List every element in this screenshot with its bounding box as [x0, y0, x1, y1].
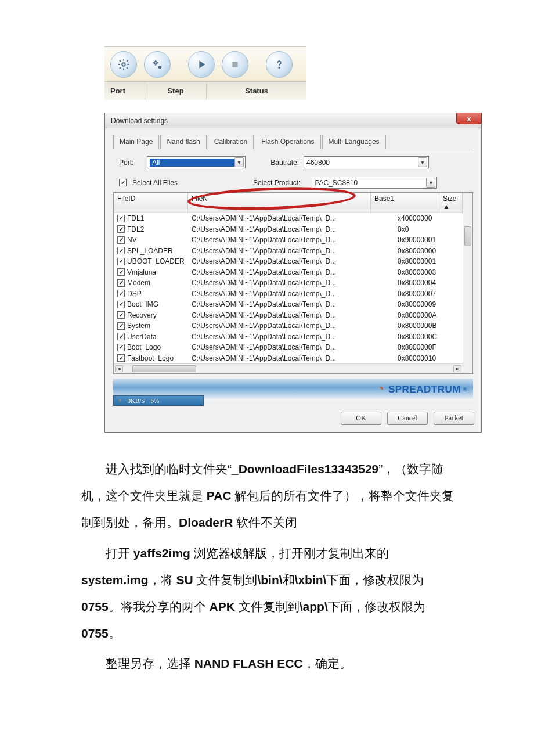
select-all-checkbox[interactable]: ✓	[119, 179, 127, 186]
row-checkbox[interactable]: ✓	[117, 258, 125, 265]
row-checkbox[interactable]: ✓	[117, 301, 125, 308]
row-fileid: Modem	[127, 279, 150, 287]
toolbar-header-row: Port Step Status	[104, 81, 306, 100]
row-path: C:\Users\ADMINI~1\AppData\Local\Temp\_D.…	[188, 236, 394, 244]
svg-point-4	[279, 67, 279, 67]
row-path: C:\Users\ADMINI~1\AppData\Local\Temp\_D.…	[188, 322, 394, 330]
horizontal-scrollbar[interactable]: ◄ ►	[114, 363, 463, 373]
row-checkbox[interactable]: ✓	[117, 333, 125, 340]
header-status: Status	[207, 82, 306, 100]
vertical-scrollbar[interactable]	[463, 193, 472, 373]
help-icon[interactable]	[266, 51, 293, 78]
chevron-down-icon[interactable]: ▼	[234, 157, 244, 167]
row-fileid: Fastboot_Logo	[127, 354, 174, 362]
row-fileid: FDL2	[127, 225, 144, 233]
download-settings-dialog: Download settings x Main Page Nand flash…	[104, 113, 482, 433]
row-base: 0x80000001	[394, 257, 463, 265]
bautrate-label: Bautrate:	[264, 159, 299, 167]
row-base: 0x80000009	[394, 300, 463, 308]
svg-point-2	[159, 66, 161, 68]
row-checkbox[interactable]: ✓	[117, 236, 125, 244]
row-checkbox[interactable]: ✓	[117, 290, 125, 297]
tab-calibration[interactable]: Calibration	[208, 135, 254, 149]
table-row[interactable]: ✓RecoveryC:\Users\ADMINI~1\AppData\Local…	[114, 310, 463, 321]
row-path: C:\Users\ADMINI~1\AppData\Local\Temp\_D.…	[188, 290, 394, 298]
svg-rect-3	[232, 62, 237, 67]
dialog-title: Download settings	[111, 117, 168, 125]
select-all-label: Select All Files	[132, 179, 178, 187]
row-base: 0x8000000C	[394, 333, 463, 341]
play-icon[interactable]	[188, 51, 215, 78]
row-base: 0x80000004	[394, 279, 463, 287]
port-combo[interactable]: All ▼	[147, 156, 246, 168]
port-label: Port:	[119, 159, 142, 167]
table-row[interactable]: ✓SystemC:\Users\ADMINI~1\AppData\Local\T…	[114, 321, 463, 332]
dialog-titlebar[interactable]: Download settings x	[105, 113, 481, 128]
row-checkbox[interactable]: ✓	[117, 225, 125, 233]
row-checkbox[interactable]: ✓	[117, 247, 125, 254]
row-path: C:\Users\ADMINI~1\AppData\Local\Temp\_D.…	[188, 214, 394, 222]
svg-point-0	[122, 63, 125, 66]
row-checkbox[interactable]: ✓	[117, 215, 125, 222]
table-row[interactable]: ✓UserDataC:\Users\ADMINI~1\AppData\Local…	[114, 332, 463, 343]
close-icon[interactable]: x	[456, 113, 482, 124]
table-row[interactable]: ✓NVC:\Users\ADMINI~1\AppData\Local\Temp\…	[114, 235, 463, 246]
col-filename[interactable]: FileN	[188, 193, 371, 213]
header-port: Port	[104, 82, 145, 100]
col-base1[interactable]: Base1	[371, 193, 439, 213]
svg-point-1	[154, 61, 157, 64]
row-checkbox[interactable]: ✓	[117, 279, 125, 287]
packet-button[interactable]: Packet	[434, 412, 474, 425]
row-path: C:\Users\ADMINI~1\AppData\Local\Temp\_D.…	[188, 343, 394, 351]
row-base: 0x80000000	[394, 247, 463, 255]
app-toolbar	[104, 46, 306, 81]
row-checkbox[interactable]: ✓	[117, 268, 125, 276]
row-fileid: Boot_IMG	[127, 300, 158, 308]
table-row[interactable]: ✓VmjalunaC:\Users\ADMINI~1\AppData\Local…	[114, 267, 463, 278]
bautrate-combo[interactable]: 460800 ▼	[304, 156, 429, 168]
tab-flash-operations[interactable]: Flash Operations	[255, 135, 320, 149]
paragraph-2: 打开 yaffs2img 浏览器破解版，打开刚才复制出来的 system.img…	[81, 540, 464, 647]
row-path: C:\Users\ADMINI~1\AppData\Local\Temp\_D.…	[188, 257, 394, 265]
table-row[interactable]: ✓FDL1C:\Users\ADMINI~1\AppData\Local\Tem…	[114, 213, 463, 224]
row-checkbox[interactable]: ✓	[117, 322, 125, 330]
select-product-value: PAC_SC8810	[315, 179, 358, 187]
row-base: 0x8000000F	[394, 343, 463, 351]
gears-icon[interactable]	[144, 51, 171, 78]
select-product-combo[interactable]: PAC_SC8810 ▼	[312, 177, 437, 189]
cancel-button[interactable]: Cancel	[387, 412, 428, 425]
row-base: 0x80000007	[394, 290, 463, 298]
table-row[interactable]: ✓FDL2C:\Users\ADMINI~1\AppData\Local\Tem…	[114, 224, 463, 235]
col-fileid[interactable]: FileID	[114, 193, 188, 213]
row-path: C:\Users\ADMINI~1\AppData\Local\Temp\_D.…	[188, 300, 394, 308]
stop-icon[interactable]	[222, 51, 248, 78]
port-value: All	[150, 159, 234, 167]
table-row[interactable]: ✓ModemC:\Users\ADMINI~1\AppData\Local\Te…	[114, 278, 463, 289]
table-row[interactable]: ✓Boot_IMGC:\Users\ADMINI~1\AppData\Local…	[114, 299, 463, 310]
row-fileid: Boot_Logo	[127, 343, 161, 351]
file-grid: FileID FileN Base1 Size ▲ ✓FDL1C:\Users\…	[113, 192, 473, 374]
row-checkbox[interactable]: ✓	[117, 344, 125, 351]
tab-nand-flash[interactable]: Nand flash	[160, 135, 206, 149]
ok-button[interactable]: OK	[341, 412, 381, 425]
table-row[interactable]: ✓Fastboot_LogoC:\Users\ADMINI~1\AppData\…	[114, 353, 463, 364]
row-checkbox[interactable]: ✓	[117, 354, 125, 362]
row-path: C:\Users\ADMINI~1\AppData\Local\Temp\_D.…	[188, 247, 394, 255]
row-checkbox[interactable]: ✓	[117, 311, 125, 319]
dialog-tabs: Main Page Nand flash Calibration Flash O…	[113, 134, 473, 149]
chevron-down-icon[interactable]: ▼	[418, 157, 427, 167]
table-row[interactable]: ✓SPL_LOADERC:\Users\ADMINI~1\AppData\Loc…	[114, 246, 463, 257]
table-row[interactable]: ✓UBOOT_LOADERC:\Users\ADMINI~1\AppData\L…	[114, 256, 463, 267]
chevron-down-icon[interactable]: ▼	[426, 178, 435, 188]
table-row[interactable]: ✓DSPC:\Users\ADMINI~1\AppData\Local\Temp…	[114, 289, 463, 300]
tab-main-page[interactable]: Main Page	[113, 135, 159, 149]
row-fileid: FDL1	[127, 214, 144, 222]
row-fileid: System	[127, 322, 150, 330]
settings-icon[interactable]	[110, 51, 137, 78]
table-row[interactable]: ✓Boot_LogoC:\Users\ADMINI~1\AppData\Loca…	[114, 342, 463, 353]
paragraph-3: 整理另存，选择 NAND FLASH ECC，确定。	[81, 650, 464, 677]
tab-multi-languages[interactable]: Multi Languages	[322, 135, 386, 149]
bautrate-value: 460800	[306, 159, 330, 167]
col-size[interactable]: Size ▲	[439, 193, 463, 213]
header-step: Step	[145, 82, 207, 100]
